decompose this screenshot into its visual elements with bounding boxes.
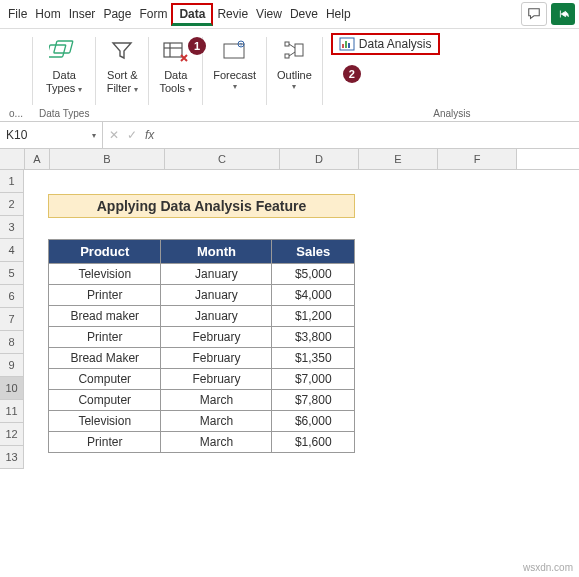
group-sort-filter: Sort &Filter ▾ bbox=[96, 33, 148, 121]
table-cell: March bbox=[161, 390, 272, 411]
row-header[interactable]: 2 bbox=[0, 193, 24, 216]
col-header-c[interactable]: C bbox=[165, 149, 280, 169]
fx-icon[interactable]: fx bbox=[145, 128, 154, 142]
table-cell: $6,000 bbox=[272, 411, 355, 432]
table-cell: $1,600 bbox=[272, 432, 355, 453]
row-header[interactable]: 7 bbox=[0, 308, 24, 331]
share-button[interactable] bbox=[551, 3, 575, 25]
col-header-e[interactable]: E bbox=[359, 149, 438, 169]
column-headers: A B C D E F bbox=[0, 149, 579, 170]
table-cell: January bbox=[161, 306, 272, 327]
row-header[interactable]: 4 bbox=[0, 239, 24, 262]
table-cell: Television bbox=[49, 264, 161, 285]
table-row: PrinterJanuary$4,000 bbox=[49, 285, 355, 306]
svg-line-12 bbox=[289, 52, 295, 56]
tab-formulas[interactable]: Form bbox=[135, 3, 171, 25]
row-header[interactable]: 3 bbox=[0, 216, 24, 239]
cells-area[interactable]: Applying Data Analysis Feature ProductMo… bbox=[24, 170, 579, 470]
tab-insert[interactable]: Inser bbox=[65, 3, 100, 25]
data-types-icon bbox=[49, 37, 79, 65]
sort-filter-button[interactable]: Sort &Filter ▾ bbox=[102, 33, 142, 97]
table-header: Month bbox=[161, 240, 272, 264]
table-cell: $7,000 bbox=[272, 369, 355, 390]
callout-2: 2 bbox=[343, 65, 361, 83]
outline-button[interactable]: Outline ▾ bbox=[273, 33, 316, 94]
worksheet-grid[interactable]: A B C D E F 12345678910111213 Applying D… bbox=[0, 149, 579, 470]
row-header[interactable]: 5 bbox=[0, 262, 24, 285]
table-row: TelevisionJanuary$5,000 bbox=[49, 264, 355, 285]
group-outline: Outline ▾ bbox=[267, 33, 322, 121]
data-types-button[interactable]: DataTypes ▾ bbox=[42, 33, 86, 97]
tab-view[interactable]: View bbox=[252, 3, 286, 25]
svg-text:?: ? bbox=[239, 42, 242, 48]
tab-page[interactable]: Page bbox=[99, 3, 135, 25]
table-cell: Computer bbox=[49, 369, 161, 390]
table-cell: $7,800 bbox=[272, 390, 355, 411]
data-table: ProductMonthSales TelevisionJanuary$5,00… bbox=[48, 239, 355, 453]
table-cell: January bbox=[161, 285, 272, 306]
row-header[interactable]: 10 bbox=[0, 377, 24, 400]
svg-rect-14 bbox=[342, 44, 344, 48]
svg-rect-0 bbox=[49, 45, 66, 57]
table-cell: $1,350 bbox=[272, 348, 355, 369]
row-header[interactable]: 11 bbox=[0, 400, 24, 423]
table-row: ComputerMarch$7,800 bbox=[49, 390, 355, 411]
data-analysis-button[interactable]: Data Analysis bbox=[331, 33, 440, 55]
tab-data[interactable]: Data bbox=[171, 3, 213, 26]
table-row: Bread makerJanuary$1,200 bbox=[49, 306, 355, 327]
col-header-f[interactable]: F bbox=[438, 149, 517, 169]
table-header: Sales bbox=[272, 240, 355, 264]
row-header[interactable]: 8 bbox=[0, 331, 24, 354]
row-header[interactable]: 13 bbox=[0, 446, 24, 469]
filter-icon bbox=[109, 38, 135, 64]
data-analysis-icon bbox=[339, 37, 355, 51]
table-row: TelevisionMarch$6,000 bbox=[49, 411, 355, 432]
col-header-d[interactable]: D bbox=[280, 149, 359, 169]
group-analysis-label: Analysis bbox=[433, 108, 470, 121]
table-cell: March bbox=[161, 432, 272, 453]
table-cell: February bbox=[161, 348, 272, 369]
tab-developer[interactable]: Deve bbox=[286, 3, 322, 25]
formula-bar-row: K10 ▾ ✕ ✓ fx bbox=[0, 122, 579, 149]
tab-review[interactable]: Revie bbox=[213, 3, 252, 25]
table-cell: January bbox=[161, 264, 272, 285]
svg-rect-2 bbox=[164, 43, 182, 57]
row-header[interactable]: 6 bbox=[0, 285, 24, 308]
comments-button[interactable] bbox=[521, 2, 547, 26]
tab-help[interactable]: Help bbox=[322, 3, 355, 25]
table-cell: Printer bbox=[49, 432, 161, 453]
col-header-b[interactable]: B bbox=[50, 149, 165, 169]
cancel-formula-icon[interactable]: ✕ bbox=[109, 128, 119, 142]
data-tools-icon bbox=[161, 38, 191, 64]
row-header[interactable]: 1 bbox=[0, 170, 24, 193]
tab-file[interactable]: File bbox=[4, 3, 31, 25]
table-header: Product bbox=[49, 240, 161, 264]
group-data-types: DataTypes ▾ Data Types bbox=[33, 33, 95, 121]
svg-rect-1 bbox=[54, 41, 73, 53]
svg-rect-8 bbox=[285, 42, 289, 46]
table-cell: $1,200 bbox=[272, 306, 355, 327]
group-forecast: ? Forecast ▾ bbox=[203, 33, 266, 121]
table-row: ComputerFebruary$7,000 bbox=[49, 369, 355, 390]
outline-icon bbox=[281, 38, 307, 64]
col-header-a[interactable]: A bbox=[25, 149, 50, 169]
table-cell: $4,000 bbox=[272, 285, 355, 306]
menu-bar: File Hom Inser Page Form Data Revie View… bbox=[0, 0, 579, 29]
svg-rect-9 bbox=[285, 54, 289, 58]
table-cell: Bread maker bbox=[49, 306, 161, 327]
share-icon bbox=[556, 7, 570, 21]
comment-icon bbox=[527, 7, 541, 21]
svg-rect-16 bbox=[348, 43, 350, 48]
forecast-button[interactable]: ? Forecast ▾ bbox=[209, 33, 260, 94]
table-cell: Bread Maker bbox=[49, 348, 161, 369]
group-data-types-label: Data Types bbox=[39, 108, 89, 121]
row-header[interactable]: 9 bbox=[0, 354, 24, 377]
tab-home[interactable]: Hom bbox=[31, 3, 64, 25]
name-box[interactable]: K10 ▾ bbox=[0, 122, 103, 148]
select-all-corner[interactable] bbox=[0, 149, 25, 169]
group-data-tools: DataTools ▾ 1 bbox=[149, 33, 202, 121]
accept-formula-icon[interactable]: ✓ bbox=[127, 128, 137, 142]
table-cell: Printer bbox=[49, 285, 161, 306]
row-header[interactable]: 12 bbox=[0, 423, 24, 446]
row-headers: 12345678910111213 bbox=[0, 170, 24, 470]
